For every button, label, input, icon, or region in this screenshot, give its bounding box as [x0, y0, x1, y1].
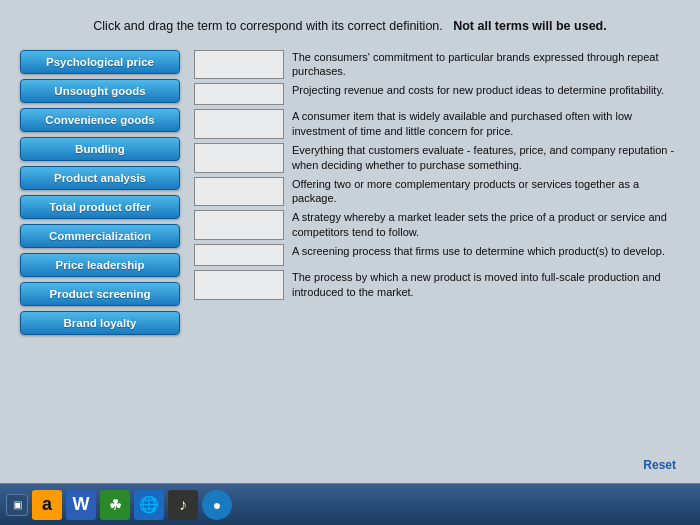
definition-row-def6: A strategy whereby a market leader sets … — [194, 210, 680, 240]
term-brand-loyalty[interactable]: Brand loyalty — [20, 311, 180, 335]
definition-text-def2: Projecting revenue and costs for new pro… — [292, 83, 680, 98]
definition-text-def6: A strategy whereby a market leader sets … — [292, 210, 680, 240]
term-psychological-price[interactable]: Psychological price — [20, 50, 180, 74]
green-icon[interactable]: ☘ — [100, 490, 130, 520]
drop-box-def1[interactable] — [194, 50, 284, 80]
definition-text-def3: A consumer item that is widely available… — [292, 109, 680, 139]
term-product-analysis[interactable]: Product analysis — [20, 166, 180, 190]
definitions-column: The consumers' commitment to particular … — [194, 50, 680, 452]
definition-text-def5: Offering two or more complementary produ… — [292, 177, 680, 207]
drop-box-def6[interactable] — [194, 210, 284, 240]
blue-circle-icon[interactable]: ● — [202, 490, 232, 520]
reset-button[interactable]: Reset — [643, 458, 676, 472]
definition-row-def3: A consumer item that is widely available… — [194, 109, 680, 139]
activity-area: Psychological priceUnsought goodsConveni… — [20, 50, 680, 452]
drop-box-def8[interactable] — [194, 270, 284, 300]
drop-box-def7[interactable] — [194, 244, 284, 266]
taskbar: ▣ a W ☘ 🌐 ♪ ● — [0, 483, 700, 525]
definition-row-def7: A screening process that firms use to de… — [194, 244, 680, 266]
definition-row-def2: Projecting revenue and costs for new pro… — [194, 83, 680, 105]
definition-text-def7: A screening process that firms use to de… — [292, 244, 680, 259]
instruction-note: Not all terms will be used. — [453, 19, 607, 33]
definition-text-def4: Everything that customers evaluate - fea… — [292, 143, 680, 173]
instruction: Click and drag the term to correspond wi… — [20, 18, 680, 36]
term-price-leadership[interactable]: Price leadership — [20, 253, 180, 277]
definition-row-def1: The consumers' commitment to particular … — [194, 50, 680, 80]
ie-icon[interactable]: 🌐 — [134, 490, 164, 520]
music-icon[interactable]: ♪ — [168, 490, 198, 520]
main-content: Click and drag the term to correspond wi… — [0, 0, 700, 483]
terms-column: Psychological priceUnsought goodsConveni… — [20, 50, 180, 452]
drop-box-def3[interactable] — [194, 109, 284, 139]
definition-text-def1: The consumers' commitment to particular … — [292, 50, 680, 80]
start-button[interactable]: ▣ — [6, 494, 28, 516]
word-icon[interactable]: W — [66, 490, 96, 520]
drop-box-def2[interactable] — [194, 83, 284, 105]
term-unsought-goods[interactable]: Unsought goods — [20, 79, 180, 103]
definition-text-def8: The process by which a new product is mo… — [292, 270, 680, 300]
term-total-product-offer[interactable]: Total product offer — [20, 195, 180, 219]
reset-area: Reset — [20, 455, 680, 473]
term-convenience-goods[interactable]: Convenience goods — [20, 108, 180, 132]
definition-row-def4: Everything that customers evaluate - fea… — [194, 143, 680, 173]
definition-row-def8: The process by which a new product is mo… — [194, 270, 680, 300]
term-product-screening[interactable]: Product screening — [20, 282, 180, 306]
amazon-icon[interactable]: a — [32, 490, 62, 520]
term-bundling[interactable]: Bundling — [20, 137, 180, 161]
term-commercialization[interactable]: Commercialization — [20, 224, 180, 248]
definition-row-def5: Offering two or more complementary produ… — [194, 177, 680, 207]
instruction-main: Click and drag the term to correspond wi… — [93, 19, 442, 33]
drop-box-def4[interactable] — [194, 143, 284, 173]
drop-box-def5[interactable] — [194, 177, 284, 207]
